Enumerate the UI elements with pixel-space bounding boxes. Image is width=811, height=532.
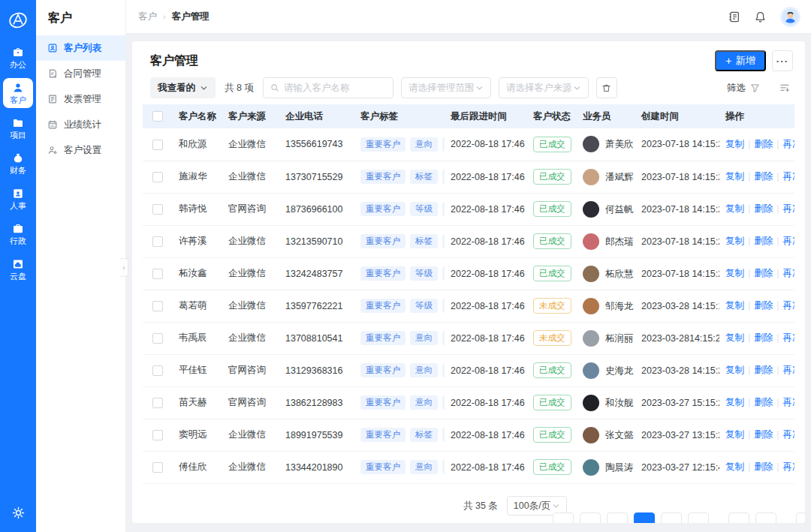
page-button[interactable] (688, 512, 709, 523)
salesperson-name: 陶晨涛 (605, 461, 634, 472)
rail-item-财务[interactable]: 财务 (3, 149, 33, 179)
action-删除[interactable]: 删除 (754, 268, 773, 278)
more-tags-chip[interactable]: ⋯ (442, 202, 445, 217)
action-删除[interactable]: 删除 (754, 365, 773, 375)
row-checkbox[interactable] (152, 430, 163, 440)
more-tags-chip[interactable]: ⋯ (442, 395, 445, 410)
action-separator: | (776, 300, 779, 311)
action-删除[interactable]: 删除 (754, 461, 773, 472)
action-删除[interactable]: 删除 (754, 236, 773, 246)
rail-item-人事[interactable]: 人事 (3, 184, 33, 214)
rail-nav: 办公 客户 项目 财务 人事 行政 云盘 (3, 38, 33, 284)
action-再次生成[interactable]: 再次生成 (783, 429, 795, 440)
salesperson-name: 和汝舰 (605, 397, 634, 407)
settings-gear-icon[interactable] (11, 506, 26, 520)
row-actions: 复制|删除|再次生成 (719, 322, 794, 354)
row-checkbox[interactable] (152, 301, 163, 311)
action-删除[interactable]: 删除 (754, 332, 773, 343)
action-再次生成[interactable]: 再次生成 (783, 300, 795, 311)
page-button[interactable] (580, 512, 601, 523)
row-checkbox[interactable] (152, 140, 163, 150)
row-checkbox[interactable] (152, 236, 163, 247)
action-复制[interactable]: 复制 (725, 397, 744, 407)
action-复制[interactable]: 复制 (725, 429, 744, 440)
sidebar-item-客户设置[interactable]: 客户设置 (36, 137, 125, 163)
sidebar-item-客户列表[interactable]: 客户列表 (36, 35, 125, 61)
action-再次生成[interactable]: 再次生成 (783, 171, 795, 182)
column-settings-icon[interactable] (779, 83, 790, 93)
action-再次生成[interactable]: 再次生成 (783, 203, 795, 214)
page-button[interactable] (607, 512, 628, 523)
manage-scope-select[interactable]: 请选择管理范围 (401, 77, 491, 98)
page-button[interactable] (796, 512, 805, 523)
action-复制[interactable]: 复制 (725, 268, 744, 278)
action-复制[interactable]: 复制 (725, 365, 744, 375)
action-复制[interactable]: 复制 (725, 332, 744, 343)
more-tags-chip[interactable]: ⋯ (442, 299, 445, 314)
row-checkbox[interactable] (152, 172, 163, 182)
row-checkbox[interactable] (152, 269, 163, 279)
more-tags-chip[interactable]: ⋯ (442, 170, 445, 185)
created-time: 2023-07-18 14:15:25 (635, 225, 719, 257)
more-tags-chip[interactable]: ⋯ (442, 428, 445, 443)
action-删除[interactable]: 删除 (754, 397, 773, 407)
action-复制[interactable]: 复制 (725, 203, 744, 214)
more-tags-chip[interactable]: ⋯ (442, 363, 445, 378)
more-tags-chip[interactable]: ⋯ (442, 331, 445, 346)
rail-item-云盘[interactable]: 云盘 (3, 254, 33, 284)
rail-item-客户[interactable]: 客户 (3, 78, 33, 108)
sidebar-collapse-handle[interactable]: ‹ (120, 258, 128, 277)
rail-item-行政[interactable]: 行政 (3, 219, 33, 249)
customer-name-search-input[interactable]: 请输入客户名称 (263, 77, 393, 98)
page-button[interactable] (553, 512, 574, 523)
bell-icon[interactable] (754, 11, 767, 23)
view-scope-dropdown[interactable]: 我查看的 (150, 77, 216, 98)
breadcrumb-root[interactable]: 客户 (138, 11, 157, 23)
memo-icon[interactable] (728, 11, 740, 23)
rail-item-办公[interactable]: 办公 (3, 43, 33, 73)
action-复制[interactable]: 复制 (725, 171, 744, 182)
rail-item-项目[interactable]: 项目 (3, 113, 33, 143)
action-复制[interactable]: 复制 (725, 139, 744, 149)
filter-toolbar: 我查看的 共 8 项 请输入客户名称 请选择管理范围 请选择客户来源 筛选 (150, 77, 793, 98)
action-删除[interactable]: 删除 (754, 171, 773, 182)
action-删除[interactable]: 删除 (754, 300, 773, 311)
action-复制[interactable]: 复制 (725, 300, 744, 311)
page-button[interactable] (755, 512, 776, 523)
user-avatar[interactable] (780, 7, 800, 27)
action-再次生成[interactable]: 再次生成 (783, 332, 795, 343)
action-再次生成[interactable]: 再次生成 (783, 268, 795, 278)
row-checkbox[interactable] (152, 204, 163, 215)
customer-tag: 重要客户 (360, 428, 406, 443)
action-删除[interactable]: 删除 (754, 139, 773, 149)
action-再次生成[interactable]: 再次生成 (783, 461, 795, 472)
action-再次生成[interactable]: 再次生成 (783, 236, 795, 246)
clear-filter-button[interactable] (596, 77, 617, 98)
action-删除[interactable]: 删除 (754, 203, 773, 214)
more-tags-chip[interactable]: ⋯ (442, 266, 445, 281)
add-button[interactable]: + 新增 (715, 50, 766, 71)
sidebar-item-业绩统计[interactable]: 业绩统计 (36, 112, 125, 137)
action-复制[interactable]: 复制 (725, 461, 744, 472)
action-复制[interactable]: 复制 (725, 236, 744, 246)
page-button[interactable] (661, 512, 682, 523)
filter-button[interactable]: 筛选 (727, 82, 760, 95)
select-all-checkbox[interactable] (152, 111, 163, 122)
customer-source-select[interactable]: 请选择客户来源 (499, 77, 589, 98)
more-tags-chip[interactable]: ⋯ (442, 460, 445, 475)
action-再次生成[interactable]: 再次生成 (783, 397, 795, 407)
row-checkbox[interactable] (152, 333, 163, 344)
row-checkbox[interactable] (152, 398, 163, 408)
page-button-active[interactable] (634, 512, 655, 523)
sidebar-item-发票管理[interactable]: 发票管理 (36, 86, 125, 112)
page-button[interactable] (728, 512, 749, 523)
row-checkbox[interactable] (152, 365, 163, 376)
action-再次生成[interactable]: 再次生成 (783, 365, 795, 375)
action-删除[interactable]: 删除 (754, 429, 773, 440)
more-tags-chip[interactable]: ⋯ (442, 137, 445, 152)
row-checkbox[interactable] (152, 462, 163, 473)
more-tags-chip[interactable]: ⋯ (442, 234, 445, 249)
sidebar-item-合同管理[interactable]: 合同管理 (36, 61, 125, 86)
more-actions-button[interactable]: ··· (772, 50, 793, 71)
action-再次生成[interactable]: 再次生成 (783, 139, 795, 149)
